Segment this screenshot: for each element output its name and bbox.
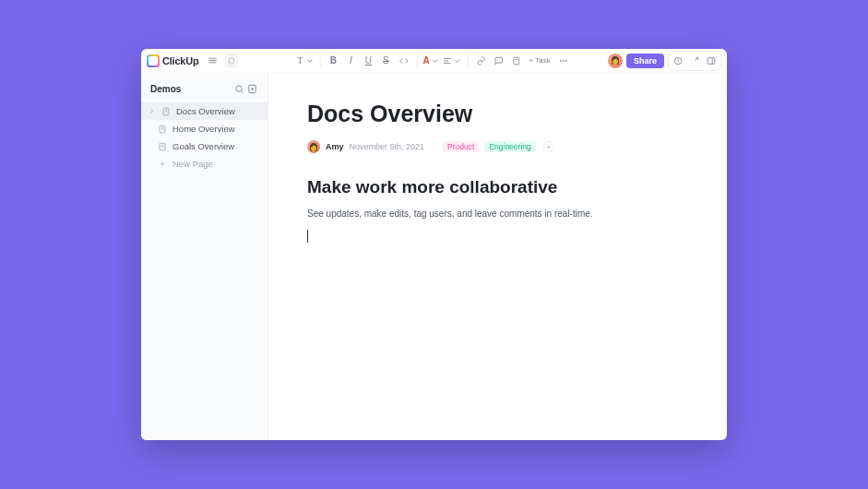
attachment-button[interactable] (509, 54, 524, 68)
text-style-dropdown[interactable]: T (297, 54, 314, 68)
svg-rect-14 (707, 57, 715, 64)
strikethrough-button[interactable]: S (378, 54, 393, 68)
menu-toggle-button[interactable] (205, 53, 221, 69)
app-window: ClickUp T B I U S A (141, 49, 727, 440)
doc-meta: 👩 Amy November 5th, 2021 Product Enginee… (307, 140, 688, 153)
sidebar-item-label: New Page (172, 159, 213, 169)
body-text[interactable]: See updates, make edits, tag users, and … (307, 207, 688, 221)
doc-icon (158, 125, 167, 134)
panel-icon[interactable] (704, 54, 719, 68)
doc-icon (161, 107, 171, 116)
topbar-right: 👩 Share (608, 51, 721, 71)
document-content[interactable]: Docs Overview 👩 Amy November 5th, 2021 P… (268, 73, 727, 440)
topbar: ClickUp T B I U S A (141, 49, 727, 73)
separator (468, 54, 469, 66)
align-button[interactable] (443, 54, 462, 68)
sidebar-item-docs-overview[interactable]: Docs Overview (141, 102, 268, 120)
author-name: Amy (326, 142, 344, 151)
doc-badge-icon (225, 54, 238, 67)
comment-button[interactable] (492, 54, 506, 68)
separator (319, 54, 320, 66)
formatting-toolbar: T B I U S A (297, 54, 570, 68)
doc-icon (158, 142, 167, 151)
sidebar-item-label: Home Overview (172, 124, 235, 134)
svg-rect-3 (229, 58, 233, 64)
text-cursor (307, 230, 308, 243)
svg-rect-7 (514, 57, 519, 65)
logo-icon (147, 54, 160, 67)
underline-button[interactable]: U (361, 54, 375, 68)
page-title[interactable]: Docs Overview (307, 101, 688, 127)
sidebar-item-goals-overview[interactable]: Goals Overview (141, 137, 268, 155)
sidebar-item-label: Goals Overview (172, 141, 234, 151)
code-button[interactable] (396, 54, 410, 68)
workspace-name: Demos (150, 84, 232, 94)
sidebar-header: Demos (141, 82, 268, 102)
bold-button[interactable]: B (326, 54, 340, 68)
avatar[interactable]: 👩 (608, 54, 623, 68)
doc-date: November 5th, 2021 (350, 142, 425, 151)
link-button[interactable] (474, 54, 489, 68)
svg-point-11 (565, 60, 566, 61)
text-color-button[interactable]: A (422, 54, 439, 68)
section-heading[interactable]: Make work more collaborative (307, 177, 688, 197)
logo: ClickUp (147, 54, 199, 67)
svg-line-17 (241, 90, 243, 92)
tag-engineering[interactable]: Engineering (484, 141, 535, 152)
body: Demos Docs Overview (141, 73, 727, 440)
chevron-right-icon (149, 106, 156, 116)
right-icon-group (668, 51, 721, 71)
svg-point-16 (235, 85, 241, 90)
search-icon[interactable] (232, 82, 245, 95)
sidebar-new-page[interactable]: + New Page (141, 155, 268, 173)
svg-point-10 (563, 60, 564, 61)
plus-icon: + (158, 160, 167, 169)
tag-product[interactable]: Product (443, 141, 479, 152)
svg-line-13 (695, 57, 697, 60)
sidebar-item-home-overview[interactable]: Home Overview (141, 120, 268, 137)
italic-button[interactable]: I (343, 54, 358, 68)
sidebar-item-label: Docs Overview (176, 106, 235, 116)
brand-name: ClickUp (162, 55, 199, 66)
more-button[interactable] (556, 54, 571, 68)
add-page-icon[interactable] (245, 82, 258, 95)
add-tag-button[interactable]: + (543, 141, 554, 152)
separator (416, 54, 417, 66)
expand-icon[interactable] (687, 54, 702, 68)
add-task-button[interactable]: +Task (527, 54, 553, 66)
svg-point-9 (560, 60, 561, 61)
author-avatar[interactable]: 👩 (307, 140, 320, 153)
share-button[interactable]: Share (626, 54, 664, 68)
sidebar: Demos Docs Overview (141, 73, 268, 440)
history-icon[interactable] (671, 54, 685, 68)
